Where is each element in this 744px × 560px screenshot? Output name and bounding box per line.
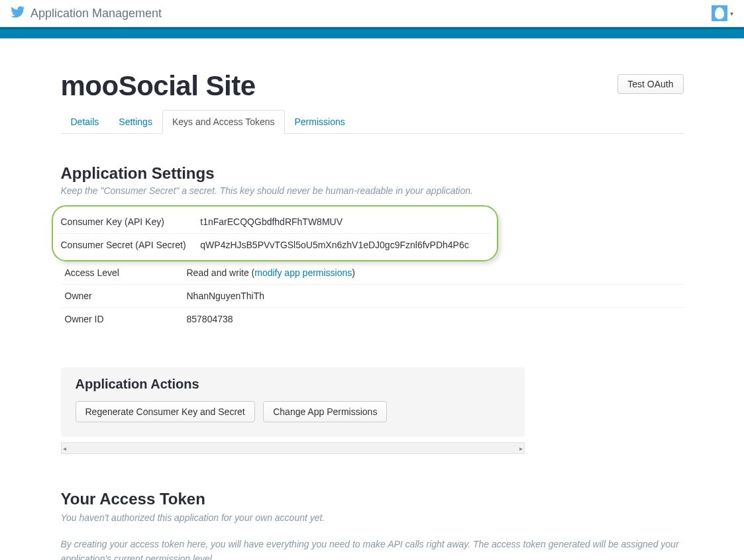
access-level-label: Access Level bbox=[61, 261, 187, 285]
tab-details[interactable]: Details bbox=[61, 110, 109, 134]
access-token-desc1: You haven't authorized this application … bbox=[61, 512, 684, 523]
consumer-secret-value: qWP4zHJsB5PVvTGSl5oU5mXn6zhV1eDJ0gc9Fznl… bbox=[200, 234, 491, 257]
owner-id-value: 857804738 bbox=[187, 308, 684, 331]
topbar: Application Management ▾ bbox=[0, 0, 744, 27]
caret-down-icon: ▾ bbox=[730, 10, 733, 17]
owner-label: Owner bbox=[61, 285, 187, 308]
access-token-title: Your Access Token bbox=[61, 490, 684, 508]
actions-title: Application Actions bbox=[76, 377, 510, 392]
api-keys-highlight: Consumer Key (API Key) t1nFarECQQGbdfhdR… bbox=[52, 205, 498, 261]
consumer-key-label: Consumer Key (API Key) bbox=[57, 210, 201, 234]
test-oauth-button[interactable]: Test OAuth bbox=[617, 74, 683, 94]
brand-title[interactable]: Application Management bbox=[30, 7, 162, 21]
tabs: Details Settings Keys and Access Tokens … bbox=[61, 110, 684, 134]
owner-id-label: Owner ID bbox=[61, 308, 187, 331]
consumer-key-value: t1nFarECQQGbdfhdRFhTW8MUV bbox=[200, 210, 491, 234]
tab-permissions[interactable]: Permissions bbox=[285, 110, 355, 134]
horizontal-scrollbar[interactable]: ◂ ▸ bbox=[61, 442, 525, 454]
modify-permissions-link[interactable]: modify app permissions bbox=[254, 267, 352, 278]
access-level-suffix: ) bbox=[352, 267, 355, 278]
regenerate-keys-button[interactable]: Regenerate Consumer Key and Secret bbox=[76, 401, 255, 422]
consumer-secret-label: Consumer Secret (API Secret) bbox=[57, 234, 201, 257]
actions-panel-wrap: Application Actions Regenerate Consumer … bbox=[61, 367, 525, 454]
tab-settings[interactable]: Settings bbox=[109, 110, 162, 134]
table-row: Access Level Read and write (modify app … bbox=[61, 261, 684, 285]
app-settings-table: Access Level Read and write (modify app … bbox=[61, 261, 684, 330]
actions-panel: Application Actions Regenerate Consumer … bbox=[61, 367, 525, 437]
access-level-value: Read and write (modify app permissions) bbox=[187, 261, 684, 285]
avatar bbox=[712, 5, 727, 21]
access-token-desc2: By creating your access token here, you … bbox=[61, 537, 684, 560]
tab-keys[interactable]: Keys and Access Tokens bbox=[162, 110, 285, 134]
page-header: mooSocial Site Test OAuth bbox=[61, 70, 684, 102]
access-level-prefix: Read and write ( bbox=[187, 267, 255, 278]
table-row: Owner NhanNguyenThiTh bbox=[61, 285, 684, 308]
scroll-left-icon[interactable]: ◂ bbox=[63, 445, 66, 452]
user-menu[interactable]: ▾ bbox=[712, 5, 733, 21]
scroll-right-icon[interactable]: ▸ bbox=[519, 445, 523, 452]
owner-value: NhanNguyenThiTh bbox=[187, 285, 684, 308]
twitter-bird-icon bbox=[11, 5, 25, 22]
app-title: mooSocial Site bbox=[61, 70, 256, 102]
topbar-left: Application Management bbox=[11, 5, 162, 22]
table-row: Consumer Key (API Key) t1nFarECQQGbdfhdR… bbox=[57, 210, 492, 234]
app-settings-desc: Keep the "Consumer Secret" a secret. Thi… bbox=[61, 185, 684, 196]
table-row: Owner ID 857804738 bbox=[61, 308, 684, 331]
table-row: Consumer Secret (API Secret) qWP4zHJsB5P… bbox=[57, 234, 492, 257]
change-permissions-button[interactable]: Change App Permissions bbox=[263, 401, 387, 422]
accent-bar bbox=[0, 27, 744, 38]
egg-icon bbox=[715, 7, 724, 19]
app-settings-title: Application Settings bbox=[61, 164, 684, 183]
api-keys-table: Consumer Key (API Key) t1nFarECQQGbdfhdR… bbox=[57, 210, 492, 256]
